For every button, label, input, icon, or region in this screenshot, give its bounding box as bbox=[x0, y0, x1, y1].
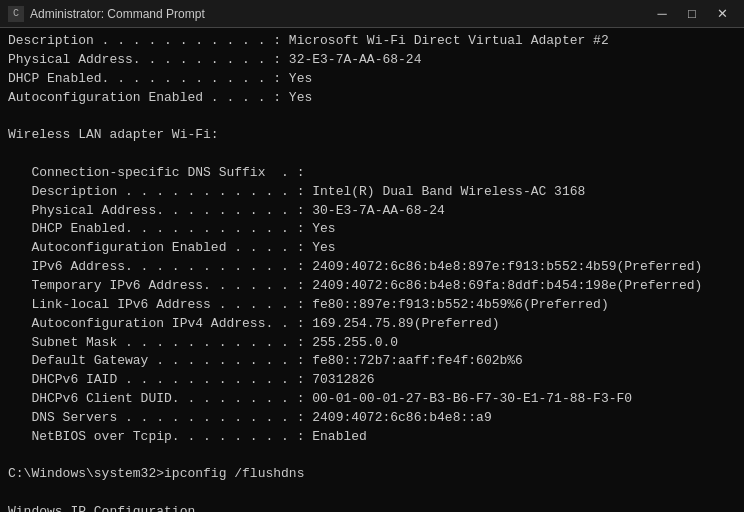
cmd-icon: C bbox=[8, 6, 24, 22]
maximize-button[interactable]: □ bbox=[678, 3, 706, 25]
minimize-button[interactable]: ─ bbox=[648, 3, 676, 25]
title-bar-left: C Administrator: Command Prompt bbox=[8, 6, 205, 22]
close-button[interactable]: ✕ bbox=[708, 3, 736, 25]
window: C Administrator: Command Prompt ─ □ ✕ De… bbox=[0, 0, 744, 512]
window-title: Administrator: Command Prompt bbox=[30, 7, 205, 21]
title-bar: C Administrator: Command Prompt ─ □ ✕ bbox=[0, 0, 744, 28]
console-output: Description . . . . . . . . . . . : Micr… bbox=[0, 28, 744, 512]
title-bar-controls: ─ □ ✕ bbox=[648, 3, 736, 25]
